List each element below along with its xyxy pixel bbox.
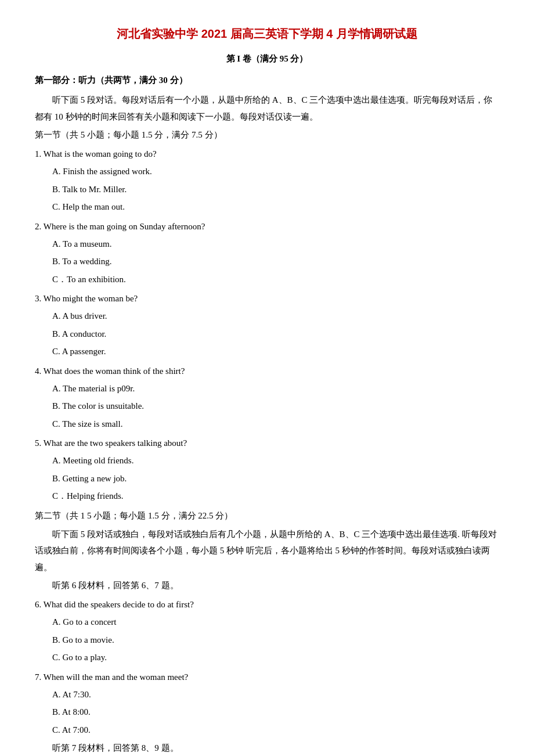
q7-options: A. At 7:30. B. At 8:00. C. At 7:00. <box>52 686 499 739</box>
section1-title: 第一节（共 5 小题；每小题 1.5 分，满分 7.5 分） <box>35 127 499 143</box>
q1-opt-c: C. Help the man out. <box>52 199 499 215</box>
part1-instruction: 听下面 5 段对话。每段对话后有一个小题，从题中所给的 A、B、C 三个选项中选… <box>35 92 499 125</box>
q4-options: A. The material is p09r. B. The color is… <box>52 380 499 433</box>
question-3: 3. Who might the woman be? A. A bus driv… <box>35 291 499 360</box>
q6-opt-b: B. Go to a movie. <box>52 632 499 649</box>
q1-opt-b: B. Talk to Mr. Miller. <box>52 181 499 198</box>
q2-text: 2. Where is the man going on Sunday afte… <box>35 219 499 235</box>
question-6: 6. What did the speakers decide to do at… <box>35 597 499 666</box>
q7-opt-a: A. At 7:30. <box>52 686 499 703</box>
q6-opt-a: A. Go to a concert <box>52 614 499 631</box>
q5-opt-a: A. Meeting old friends. <box>52 452 499 469</box>
q2-opt-c: C．To an exhibition. <box>52 271 499 288</box>
q6-options: A. Go to a concert B. Go to a movie. C. … <box>52 614 499 666</box>
q4-opt-a: A. The material is p09r. <box>52 380 499 397</box>
q3-opt-b: B. A conductor. <box>52 326 499 343</box>
q7-text: 7. When will the man and the woman meet? <box>35 669 499 685</box>
q2-opt-a: A. To a museum. <box>52 236 499 253</box>
question-7: 7. When will the man and the woman meet?… <box>35 669 499 739</box>
section2-instruction: 听下面 5 段对话或独白，每段对话或独白后有几个小题，从题中所给的 A、B、C … <box>35 526 499 576</box>
q3-options: A. A bus driver. B. A conductor. C. A pa… <box>52 308 499 360</box>
q5-text: 5. What are the two speakers talking abo… <box>35 435 499 451</box>
part1-title: 第一部分：听力（共两节，满分 30 分） <box>35 73 499 88</box>
q7-opt-c: C. At 7:00. <box>52 722 499 739</box>
question-1: 1. What is the woman going to do? A. Fin… <box>35 146 499 215</box>
q4-opt-c: C. The size is small. <box>52 416 499 433</box>
listen7-note: 听第 7 段材料，回答第 8、9 题。 <box>35 740 499 756</box>
volume1-title: 第 I 卷（满分 95 分） <box>35 51 499 67</box>
section2-title: 第二节（共 1 5 小题；每小题 1.5 分，满分 22.5 分） <box>35 508 499 524</box>
q5-opt-c: C．Helping friends. <box>52 488 499 505</box>
q6-opt-c: C. Go to a play. <box>52 649 499 666</box>
listen6-note: 听第 6 段材料，回答第 6、7 题。 <box>35 578 499 593</box>
q4-text: 4. What does the woman think of the shir… <box>35 363 499 379</box>
question-4: 4. What does the woman think of the shir… <box>35 363 499 433</box>
q3-opt-c: C. A passenger. <box>52 343 499 360</box>
question-2: 2. Where is the man going on Sunday afte… <box>35 219 499 288</box>
q1-opt-a: A. Finish the assigned work. <box>52 163 499 180</box>
q3-text: 3. Who might the woman be? <box>35 291 499 307</box>
q5-opt-b: B. Getting a new job. <box>52 470 499 487</box>
q6-text: 6. What did the speakers decide to do at… <box>35 597 499 613</box>
q2-opt-b: B. To a wedding. <box>52 253 499 270</box>
q1-options: A. Finish the assigned work. B. Talk to … <box>52 163 499 215</box>
q4-opt-b: B. The color is unsuitable. <box>52 398 499 415</box>
question-5: 5. What are the two speakers talking abo… <box>35 435 499 505</box>
q7-opt-b: B. At 8:00. <box>52 704 499 721</box>
page-title: 河北省实验中学 2021 届高三英语下学期 4 月学情调研试题 <box>35 23 499 44</box>
q3-opt-a: A. A bus driver. <box>52 308 499 325</box>
q2-options: A. To a museum. B. To a wedding. C．To an… <box>52 236 499 288</box>
q5-options: A. Meeting old friends. B. Getting a new… <box>52 452 499 505</box>
q1-text: 1. What is the woman going to do? <box>35 146 499 162</box>
